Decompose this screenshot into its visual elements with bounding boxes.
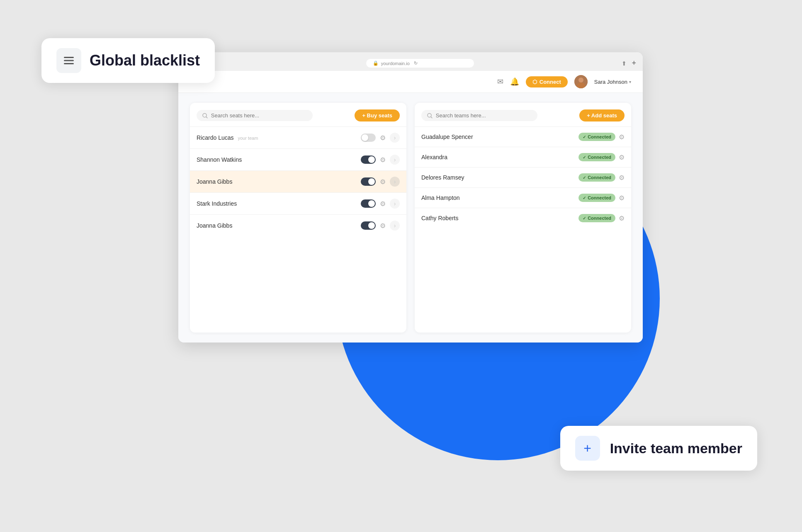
right-list-item[interactable]: Cathy Roberts Connected ⚙ xyxy=(415,208,631,228)
address-bar-input[interactable]: 🔒 yourdomain.io ↻ xyxy=(366,59,474,68)
toggle-thumb-2 xyxy=(368,156,375,163)
svg-rect-1 xyxy=(64,60,74,61)
left-item-name-4: Stark Industries xyxy=(197,200,237,207)
left-item-controls-1: ⚙ › xyxy=(361,133,400,143)
list-item[interactable]: Shannon Watkins ⚙ › xyxy=(190,148,406,170)
left-panel-header: + Buy seats xyxy=(190,103,406,126)
search-icon-right xyxy=(427,113,433,119)
svg-rect-0 xyxy=(64,57,74,58)
right-item-controls-3: Connected ⚙ xyxy=(578,173,625,182)
gear-icon-2[interactable]: ⚙ xyxy=(380,156,386,164)
toggle-thumb-4 xyxy=(368,200,375,207)
right-item-name-1: Guadalupe Spencer xyxy=(421,134,473,140)
new-tab-icon[interactable]: + xyxy=(632,59,636,68)
plus-icon-box: + xyxy=(575,436,600,461)
right-item-controls-4: Connected ⚙ xyxy=(578,194,625,202)
connected-badge-2: Connected xyxy=(578,153,615,161)
invite-team-member-label: Invite team member xyxy=(610,440,742,457)
list-item[interactable]: Ricardo Lucas your team ⚙ › xyxy=(190,126,406,148)
gear-icon-1[interactable]: ⚙ xyxy=(380,134,386,142)
browser-address-bar: 🔒 yourdomain.io ↻ ⬆ + xyxy=(185,56,636,71)
list-icon xyxy=(62,54,75,67)
toggle-3[interactable] xyxy=(361,177,376,186)
right-item-controls-5: Connected ⚙ xyxy=(578,214,625,222)
left-panel-list: Ricardo Lucas your team ⚙ › Shannon Watk… xyxy=(190,126,406,333)
svg-rect-2 xyxy=(64,63,74,64)
right-list-item[interactable]: Guadalupe Spencer Connected ⚙ xyxy=(415,126,631,147)
buy-seats-button[interactable]: + Buy seats xyxy=(355,109,400,121)
right-list-item[interactable]: Alexandra Connected ⚙ xyxy=(415,147,631,167)
gear-icon-r4[interactable]: ⚙ xyxy=(619,194,625,202)
bell-icon[interactable]: 🔔 xyxy=(510,77,519,86)
right-item-name-4: Alma Hampton xyxy=(421,194,460,201)
right-list-item[interactable]: Alma Hampton Connected ⚙ xyxy=(415,187,631,208)
app-header: ✉ 🔔 ⬡ Connect Sara Johnson ▾ xyxy=(178,71,643,93)
right-panel-list: Guadalupe Spencer Connected ⚙ Alexandra … xyxy=(415,126,631,333)
teams-search-box[interactable] xyxy=(421,110,537,121)
connected-badge-4: Connected xyxy=(578,194,615,202)
left-item-controls-4: ⚙ › xyxy=(361,199,400,209)
main-content: + Buy seats Ricardo Lucas your team ⚙ › xyxy=(178,93,643,343)
seats-search-input[interactable] xyxy=(211,112,307,119)
right-item-name-2: Alexandra xyxy=(421,154,447,160)
share-icon[interactable]: ⬆ xyxy=(622,60,627,67)
gear-icon-r1[interactable]: ⚙ xyxy=(619,133,625,141)
user-name-text: Sara Johnson xyxy=(594,79,627,85)
toggle-1[interactable] xyxy=(361,134,376,142)
gear-icon-r2[interactable]: ⚙ xyxy=(619,153,625,161)
connect-button[interactable]: ⬡ Connect xyxy=(526,76,568,87)
list-item[interactable]: Stark Industries ⚙ › xyxy=(190,192,406,214)
address-text: yourdomain.io xyxy=(381,61,410,66)
svg-line-9 xyxy=(431,117,432,118)
seats-search-box[interactable] xyxy=(197,110,313,121)
gear-icon-4[interactable]: ⚙ xyxy=(380,200,386,208)
mail-icon[interactable]: ✉ xyxy=(497,77,503,86)
connected-badge-3: Connected xyxy=(578,173,615,182)
global-blacklist-title: Global blacklist xyxy=(90,52,200,69)
plus-icon: + xyxy=(583,441,591,456)
chevron-right-4[interactable]: › xyxy=(390,199,400,209)
toggle-2[interactable] xyxy=(361,155,376,164)
svg-point-4 xyxy=(578,78,583,83)
connect-btn-label: Connect xyxy=(540,79,561,85)
toggle-thumb-5 xyxy=(368,222,375,229)
left-item-controls-3: ⚙ › xyxy=(361,177,400,187)
toggle-thumb-3 xyxy=(368,178,375,185)
gear-icon-r3[interactable]: ⚙ xyxy=(619,174,625,182)
browser-window: 🔒 yourdomain.io ↻ ⬆ + ✉ 🔔 ⬡ Connect xyxy=(178,52,643,343)
add-seats-button[interactable]: + Add seats xyxy=(579,109,625,121)
list-icon-box xyxy=(56,48,81,73)
gear-icon-r5[interactable]: ⚙ xyxy=(619,214,625,222)
right-panel-header: + Add seats xyxy=(415,103,631,126)
toggle-5[interactable] xyxy=(361,221,376,230)
right-list-item[interactable]: Delores Ramsey Connected ⚙ xyxy=(415,167,631,187)
connect-icon: ⬡ xyxy=(532,79,537,85)
buy-seats-label: + Buy seats xyxy=(362,112,392,119)
invite-team-member-card: + Invite team member xyxy=(560,426,757,471)
chevron-right-2[interactable]: › xyxy=(390,155,400,165)
add-seats-label: + Add seats xyxy=(587,112,617,119)
chevron-right-3[interactable]: › xyxy=(390,177,400,187)
gear-icon-3[interactable]: ⚙ xyxy=(380,178,386,186)
user-name-display[interactable]: Sara Johnson ▾ xyxy=(594,79,631,85)
left-item-name-5: Joanna Gibbs xyxy=(197,222,232,229)
left-item-controls-5: ⚙ › xyxy=(361,221,400,231)
chevron-right-5[interactable]: › xyxy=(390,221,400,231)
avatar-image xyxy=(574,75,588,88)
user-menu-chevron: ▾ xyxy=(629,80,631,84)
toggle-thumb-1 xyxy=(362,134,368,141)
connected-badge-5: Connected xyxy=(578,214,615,222)
browser-actions: ⬆ + xyxy=(622,59,636,68)
connected-badge-1: Connected xyxy=(578,133,615,141)
search-icon xyxy=(202,113,208,119)
right-item-controls-1: Connected ⚙ xyxy=(578,133,625,141)
chevron-right-1[interactable]: › xyxy=(390,133,400,143)
teams-search-input[interactable] xyxy=(436,112,532,119)
toggle-4[interactable] xyxy=(361,199,376,208)
reload-icon[interactable]: ↻ xyxy=(414,61,418,66)
gear-icon-5[interactable]: ⚙ xyxy=(380,222,386,230)
list-item-active[interactable]: Joanna Gibbs ⚙ › xyxy=(190,170,406,192)
left-item-name-2: Shannon Watkins xyxy=(197,156,242,163)
list-item[interactable]: Joanna Gibbs ⚙ › xyxy=(190,214,406,236)
lock-icon: 🔒 xyxy=(373,61,379,66)
